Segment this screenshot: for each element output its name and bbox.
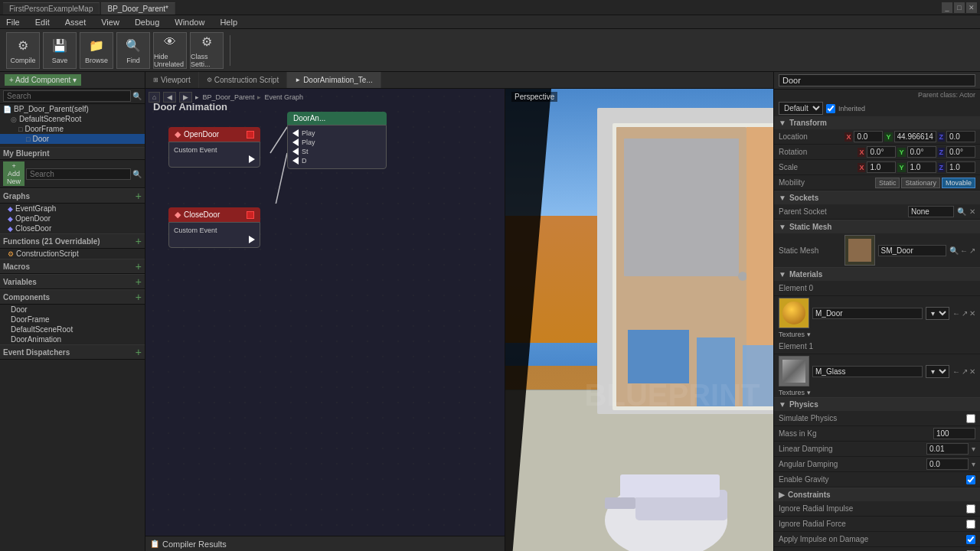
tree-item-doorframe[interactable]: □ DoorFrame — [0, 124, 145, 134]
material-element0-dropdown[interactable]: ▾ — [926, 307, 949, 320]
closedoor-close-btn[interactable] — [247, 211, 254, 219]
inherited-checkbox[interactable] — [826, 104, 835, 113]
physics-header[interactable]: ▼ Physics — [774, 398, 980, 411]
tree-item-comp-doorframe[interactable]: DoorFrame — [0, 315, 145, 324]
tree-item-comp-door[interactable]: Door — [0, 305, 145, 315]
save-button[interactable]: 💾 Save — [43, 32, 77, 69]
sm-use-icon[interactable]: ← — [960, 246, 968, 255]
mat0-open-icon[interactable]: ✕ — [969, 309, 975, 318]
add-new-button[interactable]: + Add New — [3, 161, 24, 186]
apply-impulse-checkbox[interactable] — [966, 535, 975, 544]
macros-section[interactable]: Macros + — [0, 259, 145, 274]
tab-construction[interactable]: ⚙ Construction Script — [199, 72, 287, 88]
default-dropdown[interactable]: Default — [779, 102, 823, 115]
angular-damping-arrow[interactable]: ▾ — [972, 460, 975, 468]
sockets-header[interactable]: ▼ Sockets — [774, 191, 980, 204]
functions-add-icon[interactable]: + — [136, 236, 142, 246]
rotation-x-input[interactable] — [867, 146, 896, 158]
parent-socket-search-icon[interactable]: 🔍 — [957, 207, 966, 216]
mat1-open-icon[interactable]: ✕ — [969, 367, 975, 376]
transform-header[interactable]: ▼ Transform — [774, 116, 980, 129]
node-opendoor[interactable]: ◆ OpenDoor Custom Event — [168, 127, 260, 168]
mass-input[interactable] — [933, 428, 975, 439]
compile-button[interactable]: ⚙ Compile — [6, 32, 40, 69]
mobility-static-button[interactable]: Static — [875, 178, 900, 188]
rotation-y-input[interactable] — [907, 146, 936, 158]
components-section[interactable]: Components + — [0, 289, 145, 305]
tree-item-comp-dooranim[interactable]: DoorAnimation — [0, 334, 145, 344]
variables-section[interactable]: Variables + — [0, 274, 145, 289]
location-y-input[interactable] — [894, 131, 936, 142]
menu-window[interactable]: Window — [172, 18, 207, 27]
macros-add-icon[interactable]: + — [136, 261, 142, 272]
parent-socket-clear-icon[interactable]: ✕ — [969, 207, 975, 216]
tree-item-closedoor[interactable]: ◆ CloseDoor — [0, 223, 145, 233]
location-z-input[interactable] — [946, 131, 975, 142]
menu-view[interactable]: View — [98, 18, 122, 27]
mobility-movable-button[interactable]: Movable — [942, 178, 975, 188]
node-dooranim[interactable]: DoorAn... Play Play St — [287, 112, 387, 169]
graphs-add-icon[interactable]: + — [136, 191, 142, 201]
functions-section[interactable]: Functions (21 Overridable) + — [0, 233, 145, 249]
breadcrumb-forward-button[interactable]: ▶ — [179, 92, 192, 103]
mat0-use-icon[interactable]: ↗ — [962, 309, 968, 318]
scale-z-input[interactable] — [946, 161, 975, 173]
tab-bpdoor[interactable]: BP_Door_Parent* — [101, 2, 175, 15]
ignore-radial-force-checkbox[interactable] — [966, 520, 975, 529]
tree-item-comp-defaultscene[interactable]: DefaultSceneRoot — [0, 324, 145, 334]
linear-damping-input[interactable] — [926, 443, 969, 455]
class-settings-button[interactable]: ⚙ Class Setti... — [190, 32, 224, 69]
breadcrumb-back-button[interactable]: ◀ — [163, 92, 176, 103]
variables-add-icon[interactable]: + — [136, 276, 142, 287]
mat1-browse-icon[interactable]: ← — [952, 367, 960, 376]
location-x-input[interactable] — [854, 131, 883, 142]
tab-dooranim[interactable]: ► DoorAnimation_Te... — [287, 72, 381, 88]
materials-header[interactable]: ▼ Materials — [774, 268, 980, 281]
mobility-stationary-button[interactable]: Stationary — [901, 178, 940, 188]
my-blueprint-search-input[interactable] — [26, 168, 131, 180]
rotation-z-input[interactable] — [946, 146, 975, 158]
tree-item-door[interactable]: □ Door — [0, 134, 145, 144]
mat1-use-icon[interactable]: ↗ — [962, 367, 968, 376]
close-button[interactable]: ✕ — [966, 2, 977, 13]
simulate-physics-checkbox[interactable] — [966, 414, 975, 423]
find-button[interactable]: 🔍 Find — [116, 32, 150, 69]
maximize-button[interactable]: □ — [954, 2, 965, 13]
tab-firstperson[interactable]: FirstPersonExampleMap — [3, 2, 100, 15]
tree-item-eventgraph[interactable]: ◆ EventGraph — [0, 204, 145, 214]
sm-browse-icon[interactable]: 🔍 — [949, 246, 959, 255]
material-element1-input[interactable] — [812, 366, 923, 377]
rp-name-input[interactable] — [779, 74, 975, 86]
sm-open-icon[interactable]: ↗ — [969, 246, 975, 255]
menu-file[interactable]: File — [3, 18, 23, 27]
static-mesh-input[interactable] — [878, 245, 947, 256]
event-dispatchers-add-icon[interactable]: + — [136, 347, 142, 357]
components-add-icon[interactable]: + — [136, 292, 142, 302]
parent-socket-input[interactable] — [908, 206, 954, 217]
mat0-browse-icon[interactable]: ← — [952, 309, 960, 318]
material-element0-input[interactable] — [812, 308, 923, 319]
scale-x-input[interactable] — [867, 161, 896, 173]
enable-gravity-checkbox[interactable] — [966, 475, 975, 484]
event-dispatchers-section[interactable]: Event Dispatchers + — [0, 344, 145, 360]
graphs-section[interactable]: Graphs + — [0, 188, 145, 204]
scale-y-input[interactable] — [907, 161, 936, 173]
tab-viewport[interactable]: ⊞ Viewport — [145, 72, 199, 88]
menu-debug[interactable]: Debug — [132, 18, 162, 27]
minimize-button[interactable]: _ — [942, 2, 952, 13]
hide-button[interactable]: 👁 Hide Unrelated — [153, 32, 187, 69]
menu-help[interactable]: Help — [217, 18, 240, 27]
tree-item-defaultscene[interactable]: ◎ DefaultSceneRoot — [0, 114, 145, 124]
constraints-header[interactable]: ▶ Constraints — [774, 488, 980, 501]
linear-damping-arrow[interactable]: ▾ — [972, 445, 975, 453]
blueprint-area[interactable]: ⌂ ◀ ▶ ▸ BP_Door_Parent ▸ Event Graph Doo… — [145, 89, 505, 551]
ignore-radial-impulse-checkbox[interactable] — [966, 504, 975, 514]
material-element1-dropdown[interactable]: ▾ — [926, 365, 949, 378]
breadcrumb-home-button[interactable]: ⌂ — [149, 92, 160, 103]
menu-edit[interactable]: Edit — [32, 18, 53, 27]
angular-damping-input[interactable] — [926, 458, 969, 470]
add-component-button[interactable]: + Add Component ▾ — [5, 74, 81, 86]
menu-asset[interactable]: Asset — [62, 18, 90, 27]
tree-item-self[interactable]: 📄 BP_Door_Parent(self) — [0, 104, 145, 114]
node-closedoor[interactable]: ◆ CloseDoor Custom Event — [168, 207, 260, 248]
